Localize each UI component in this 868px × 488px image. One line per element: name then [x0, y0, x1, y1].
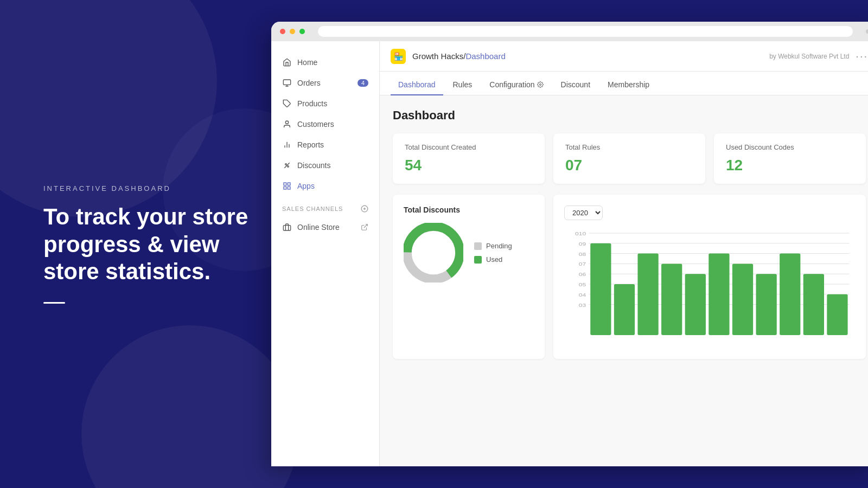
svg-rect-12 [288, 183, 290, 185]
orders-icon [282, 78, 292, 88]
sidebar-item-home[interactable]: Home [271, 52, 379, 73]
year-select[interactable]: 2020 2019 2018 [564, 206, 603, 220]
svg-rect-11 [284, 183, 286, 185]
browser-window: Home Orders 4 Products Customers [271, 22, 868, 466]
tab-membership[interactable]: Membership [600, 75, 657, 95]
sidebar-item-products[interactable]: Products [271, 93, 379, 114]
sidebar-item-reports[interactable]: Reports [271, 134, 379, 155]
svg-rect-43 [685, 274, 706, 335]
discounts-icon [282, 160, 292, 170]
svg-rect-44 [709, 254, 729, 335]
browser-close-dot[interactable] [280, 29, 285, 34]
legend-item-used: Used [474, 255, 512, 264]
app-icon: 🏪 [391, 49, 406, 64]
svg-rect-14 [284, 187, 286, 189]
browser-minimize-dot[interactable] [290, 29, 295, 34]
stat-label-total-discount: Total Discount Created [405, 143, 533, 151]
breadcrumb-page: Dashboard [465, 52, 505, 61]
svg-rect-45 [732, 264, 753, 335]
svg-rect-42 [661, 264, 682, 335]
stat-label-total-rules: Total Rules [565, 143, 693, 151]
browser-maximize-dot[interactable] [299, 29, 305, 34]
top-bar: 🏪 Growth Hacks/Dashboard by Webkul Softw… [380, 41, 868, 72]
external-link-icon [361, 223, 368, 231]
charts-row: Total Discounts [393, 195, 866, 359]
bar-card-header: 2020 2019 2018 [564, 206, 855, 220]
svg-text:010: 010 [575, 231, 586, 236]
sidebar: Home Orders 4 Products Customers [271, 41, 380, 466]
configuration-gear-icon [537, 81, 544, 88]
reports-icon [282, 140, 292, 150]
svg-rect-40 [614, 284, 635, 335]
sidebar-label-home: Home [297, 58, 317, 67]
stat-value-used-discount: 12 [726, 157, 854, 174]
stat-card-used-discount-codes: Used Discount Codes 12 [714, 133, 866, 184]
customers-icon [282, 119, 292, 129]
sidebar-item-online-store[interactable]: Online Store [271, 217, 379, 237]
stat-label-used-discount: Used Discount Codes [726, 143, 854, 151]
subtitle: INTERACTIVE DASHBOARD [43, 184, 250, 192]
svg-rect-13 [288, 187, 290, 189]
sidebar-label-apps: Apps [297, 182, 315, 190]
divider [43, 302, 65, 304]
svg-text:04: 04 [579, 292, 586, 297]
stat-value-total-rules: 07 [565, 157, 693, 174]
svg-text:09: 09 [579, 241, 586, 246]
stat-card-total-discount-created: Total Discount Created 54 [393, 133, 545, 184]
stat-card-total-rules: Total Rules 07 [553, 133, 705, 184]
legend-label-pending: Pending [486, 242, 512, 250]
breadcrumb: Growth Hacks/Dashboard [412, 52, 506, 61]
svg-text:06: 06 [579, 272, 586, 277]
online-store-icon [282, 222, 292, 232]
stats-row: Total Discount Created 54 Total Rules 07… [393, 133, 866, 184]
sidebar-item-orders[interactable]: Orders 4 [271, 73, 379, 93]
left-panel: INTERACTIVE DASHBOARD To track your stor… [0, 0, 293, 488]
legend-item-pending: Pending [474, 242, 512, 250]
sidebar-label-discounts: Discounts [297, 161, 330, 170]
tabs-bar: Dashborad Rules Configuration Discount M… [380, 72, 868, 95]
products-icon [282, 99, 292, 108]
sidebar-label-reports: Reports [297, 140, 324, 149]
svg-rect-49 [827, 294, 847, 335]
tab-configuration-label: Configuration [489, 80, 534, 89]
browser-indicator [866, 29, 868, 34]
legend-label-used: Used [486, 255, 502, 264]
bar-chart-card: 2020 2019 2018 03040506070809010 [553, 195, 866, 359]
donut-svg [404, 223, 463, 282]
sidebar-item-apps[interactable]: Apps [271, 176, 379, 196]
tab-dashboard[interactable]: Dashborad [391, 75, 443, 95]
tab-discount[interactable]: Discount [553, 75, 598, 95]
orders-badge: 4 [358, 79, 368, 87]
svg-rect-47 [780, 254, 800, 335]
tab-rules[interactable]: Rules [445, 75, 480, 95]
apps-icon [282, 181, 292, 191]
svg-point-9 [288, 166, 289, 168]
svg-text:05: 05 [579, 282, 586, 287]
main-area: 🏪 Growth Hacks/Dashboard by Webkul Softw… [380, 41, 868, 466]
svg-text:08: 08 [579, 251, 586, 256]
page-title: Dashboard [393, 108, 866, 123]
svg-rect-48 [803, 274, 824, 335]
browser-topbar [271, 22, 868, 41]
donut-legend: Pending Used [474, 242, 512, 264]
sidebar-item-discounts[interactable]: Discounts [271, 155, 379, 176]
more-options-button[interactable]: ··· [856, 50, 868, 62]
svg-rect-39 [590, 243, 611, 335]
donut-chart-card: Total Discounts [393, 195, 545, 359]
home-icon [282, 57, 292, 67]
svg-rect-46 [756, 274, 777, 335]
donut-wrapper: Pending Used [404, 223, 534, 282]
sidebar-item-customers[interactable]: Customers [271, 114, 379, 134]
tab-configuration[interactable]: Configuration [482, 75, 551, 95]
sales-channels-header: SALES CHANNELS [271, 196, 379, 217]
sidebar-label-products: Products [297, 99, 327, 108]
donut-svg-container [404, 223, 463, 282]
legend-dot-used [474, 256, 482, 264]
svg-line-19 [364, 224, 367, 228]
svg-rect-18 [283, 226, 290, 230]
dashboard-content: Dashboard Total Discount Created 54 Tota… [380, 95, 868, 466]
browser-url-bar[interactable] [318, 26, 853, 37]
sidebar-label-orders: Orders [297, 79, 321, 87]
bar-chart-svg: 03040506070809010 [564, 229, 855, 348]
by-text: by Webkul Software Pvt Ltd [769, 53, 849, 60]
